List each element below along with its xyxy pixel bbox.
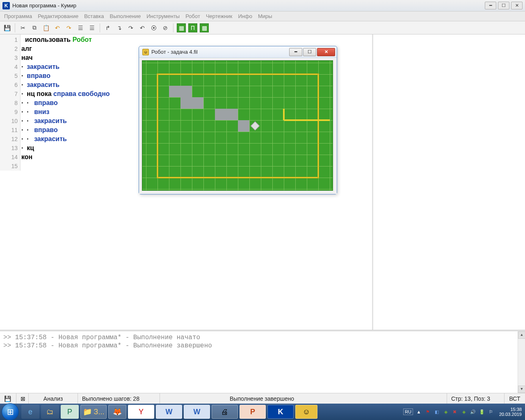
tray-date: 20.03.2019 — [499, 412, 522, 417]
close-button[interactable]: ✕ — [511, 2, 523, 9]
error-status-icon[interactable]: ⊠ — [21, 395, 25, 402]
minimize-button[interactable]: ━ — [485, 2, 496, 9]
taskbar-explorer-icon[interactable]: 🗂 — [41, 405, 59, 419]
taskbar-publisher-icon[interactable]: P — [61, 405, 79, 419]
step-out-icon[interactable]: ↶ — [138, 23, 147, 32]
robot-window[interactable]: ☺ Робот - задача 4.fil ━ ☐ ✕ — [139, 46, 337, 194]
tray-lang[interactable]: RU — [403, 409, 413, 415]
toolbar: 💾 ✂ ⧉ 📋 ↶ ↷ ☰ ☰ ↱ ↴ ↷ ↶ ⦿ ⊘ ▦ П ▩ — [0, 21, 525, 34]
robot-close-button[interactable]: ✕ — [317, 48, 335, 56]
line-gutter: 123456789101112131415 — [0, 34, 21, 171]
pause-icon[interactable]: ⦿ — [149, 23, 158, 32]
tray-close-icon[interactable]: ✖ — [452, 409, 458, 415]
menu-run[interactable]: Выполнение — [110, 13, 141, 19]
code-editor[interactable]: 123456789101112131415 использовать Робот… — [0, 34, 373, 330]
robot-marker — [251, 121, 260, 131]
robot-app-icon: ☺ — [142, 49, 149, 55]
copy-icon[interactable]: ⧉ — [30, 23, 39, 32]
cut-icon[interactable]: ✂ — [18, 23, 27, 32]
insert-mode: ВСТ — [504, 393, 525, 404]
menu-program[interactable]: Программа — [4, 13, 32, 19]
taskbar-yandex-icon[interactable]: Y — [128, 405, 154, 419]
robot-titlebar[interactable]: ☺ Робот - задача 4.fil ━ ☐ ✕ — [139, 46, 337, 58]
tray-battery-icon[interactable]: 🔋 — [479, 409, 485, 415]
app-title: Новая программа - Кумир — [12, 2, 485, 9]
app-titlebar: K Новая программа - Кумир ━ ☐ ✕ — [0, 0, 525, 11]
side-panel — [373, 34, 525, 330]
analysis-label: Анализ — [29, 393, 78, 404]
steps-label: Выполнено шагов: 28 — [78, 393, 160, 404]
tray-clock[interactable]: 15:38 20.03.2019 — [499, 407, 522, 417]
main-area: 123456789101112131415 использовать Робот… — [0, 34, 525, 330]
taskbar-robot-icon[interactable]: ☺ — [295, 405, 317, 419]
outdent-icon[interactable]: ☰ — [76, 23, 85, 32]
taskbar-ie-icon[interactable]: e — [21, 405, 39, 419]
tray-volume-icon[interactable]: 🔊 — [470, 409, 476, 415]
tray-time: 15:38 — [499, 407, 522, 412]
view-icon[interactable]: ▩ — [200, 23, 209, 32]
field-icon[interactable]: П — [188, 23, 197, 32]
tray-app-icon[interactable]: ◧ — [434, 409, 440, 415]
cursor-position: Стр: 13, Поз: 3 — [447, 393, 504, 404]
taskbar-word2-icon[interactable]: W — [184, 405, 210, 419]
redo-icon[interactable]: ↷ — [64, 23, 73, 32]
output-console[interactable]: >> 15:37:58 - Новая программа* - Выполне… — [0, 331, 525, 393]
robot-field[interactable] — [142, 60, 333, 191]
maximize-button[interactable]: ☐ — [498, 2, 509, 9]
taskbar-printer-icon[interactable]: 🖨 — [212, 405, 238, 419]
system-tray[interactable]: RU ▲ ⚑ ◧ ◈ ✖ ◈ 🔊 🔋 ⚐ 15:38 20.03.2019 — [403, 407, 523, 417]
console-scrollbar[interactable]: ▲ ▼ — [518, 331, 525, 393]
tray-shield-icon[interactable]: ⚑ — [425, 409, 431, 415]
menubar: Программа Редактирование Вставка Выполне… — [0, 11, 525, 21]
menu-info[interactable]: Инфо — [238, 13, 252, 19]
taskbar-powerpoint-icon[interactable]: P — [240, 405, 266, 419]
menu-insert[interactable]: Вставка — [84, 13, 104, 19]
windows-taskbar[interactable]: ⊞ e 🗂 P 📁 З... 🦊 Y W W 🖨 P K ☺ RU ▲ ⚑ ◧ … — [0, 404, 525, 420]
tray-action-icon[interactable]: ⚐ — [488, 409, 494, 415]
taskbar-kumir-icon[interactable]: K — [267, 405, 294, 419]
tray-flag-icon[interactable]: ▲ — [415, 409, 422, 415]
tray-gpu-icon[interactable]: ◈ — [461, 409, 467, 415]
robot-maximize-button[interactable]: ☐ — [303, 48, 316, 56]
menu-edit[interactable]: Редактирование — [38, 13, 78, 19]
scroll-up-icon[interactable]: ▲ — [518, 331, 525, 339]
scroll-down-icon[interactable]: ▼ — [518, 386, 525, 393]
start-button[interactable]: ⊞ — [2, 403, 19, 420]
exec-status: Выполнение завершено — [160, 393, 447, 404]
statusbar: 💾 ⊠ Анализ Выполнено шагов: 28 Выполнени… — [0, 393, 525, 404]
tray-nvidia-icon[interactable]: ◈ — [443, 409, 449, 415]
paste-icon[interactable]: 📋 — [41, 23, 50, 32]
menu-robot[interactable]: Робот — [185, 13, 200, 19]
save-status-icon[interactable]: 💾 — [4, 395, 11, 402]
run-icon[interactable]: ↱ — [103, 23, 112, 32]
robot-window-title: Робот - задача 4.fil — [151, 49, 288, 55]
app-icon: K — [2, 2, 10, 9]
taskbar-folder-icon[interactable]: 📁 З... — [80, 405, 107, 419]
taskbar-word1-icon[interactable]: W — [156, 405, 182, 419]
menu-tools[interactable]: Инструменты — [146, 13, 180, 19]
menu-draftsman[interactable]: Чертежник — [206, 13, 233, 19]
step-into-icon[interactable]: ↴ — [115, 23, 124, 32]
save-icon[interactable]: 💾 — [2, 23, 11, 32]
grid-icon[interactable]: ▦ — [177, 23, 186, 32]
stop-icon[interactable]: ⊘ — [161, 23, 170, 32]
step-over-icon[interactable]: ↷ — [126, 23, 135, 32]
menu-worlds[interactable]: Миры — [258, 13, 272, 19]
undo-icon[interactable]: ↶ — [53, 23, 62, 32]
indent-icon[interactable]: ☰ — [87, 23, 96, 32]
robot-minimize-button[interactable]: ━ — [289, 48, 302, 56]
taskbar-firefox-icon[interactable]: 🦊 — [108, 405, 126, 419]
